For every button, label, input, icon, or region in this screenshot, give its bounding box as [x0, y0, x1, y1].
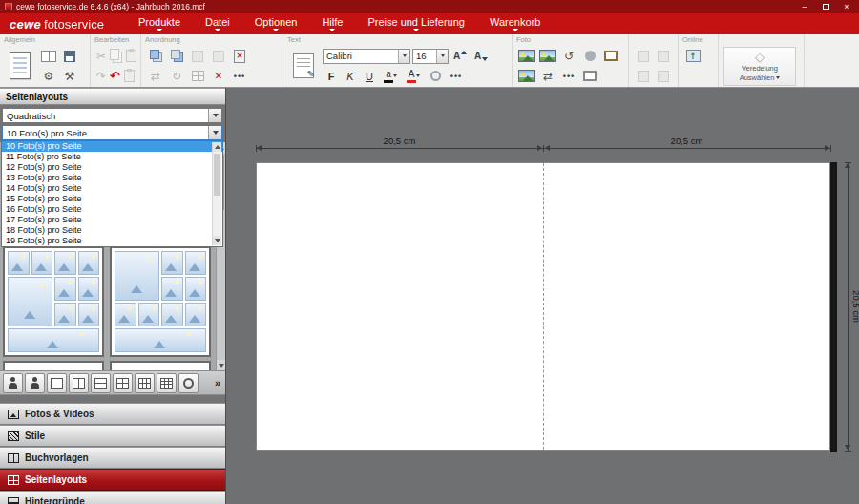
format-select[interactable]: Quadratisch [2, 108, 222, 123]
align-top-button[interactable] [209, 47, 228, 65]
add-person-layout-button[interactable] [3, 373, 23, 393]
sidebar-item-seitenlayouts[interactable]: Seitenlayouts [0, 469, 225, 491]
font-decrease-button[interactable]: A [471, 47, 491, 65]
rotate-photo-button[interactable]: ↺ [559, 47, 578, 65]
ribbon-group-text: Text Calibri 16 A A [283, 34, 513, 87]
photo-effects-button[interactable] [538, 47, 557, 65]
dropdown-option[interactable]: 18 Foto(s) pro Seite [2, 225, 222, 236]
settings-button[interactable]: ⚙ [39, 67, 58, 85]
menu-item-warenkorb[interactable]: Warenkorb [477, 16, 553, 32]
layout-nine-button[interactable] [157, 373, 177, 393]
align-left-button[interactable] [188, 47, 207, 65]
layout-circle-button[interactable] [178, 373, 199, 393]
menu-item-optionen[interactable]: Optionen [242, 16, 310, 32]
layout-two-horizontal-button[interactable] [91, 373, 111, 393]
minimize-button[interactable]: – [801, 2, 808, 11]
arrange-more-button[interactable]: ••• [230, 67, 249, 85]
border-button[interactable] [601, 47, 620, 65]
veredelung-select-button[interactable]: ◇ Veredelung Auswählen [723, 47, 796, 86]
cut-button[interactable]: ✂ [95, 47, 107, 65]
scrollbar-thumb[interactable] [214, 154, 220, 196]
menu-item-hilfe[interactable]: Hilfe [309, 16, 355, 32]
delete-button[interactable] [123, 67, 136, 85]
no-fill-button[interactable] [426, 67, 445, 85]
scroll-down-button[interactable] [213, 236, 221, 245]
person-icon [30, 376, 41, 389]
dropdown-option[interactable]: 19 Foto(s) pro Seite [2, 236, 222, 246]
pages-overview-button[interactable] [39, 47, 58, 65]
page-left[interactable] [257, 163, 543, 450]
text-more-button[interactable]: ••• [447, 67, 466, 85]
bold-button[interactable]: F [323, 68, 340, 85]
redo-button[interactable]: ↶ [109, 67, 121, 85]
distribute-button[interactable] [188, 67, 207, 85]
dropdown-option[interactable]: 12 Foto(s) pro Seite [2, 162, 222, 173]
dropdown-option[interactable]: 13 Foto(s) pro Seite [2, 173, 222, 183]
insert-text-button[interactable] [288, 47, 319, 85]
layout-thumbnail[interactable] [110, 246, 211, 357]
dropdown-option[interactable]: 10 Foto(s) pro Seite [2, 141, 222, 152]
menu-item-preise-und-lieferung[interactable]: Preise und Lieferung [355, 16, 477, 32]
layout-count-select[interactable]: 10 Foto(s) pro Seite [2, 125, 222, 140]
font-family-select[interactable]: Calibri [323, 49, 410, 64]
menu-label: Warenkorb [490, 16, 540, 28]
photo-fill-button[interactable] [517, 67, 536, 85]
italic-button[interactable]: K [342, 68, 359, 85]
rotate-button[interactable]: ↻ [167, 67, 186, 85]
sidebar-item-stile[interactable]: Stile [0, 425, 225, 447]
send-to-back-button[interactable] [167, 47, 186, 65]
maximize-button[interactable] [822, 2, 829, 11]
layout-six-button[interactable] [135, 373, 155, 393]
save-button[interactable] [60, 47, 79, 65]
font-size-select[interactable]: 16 [412, 49, 449, 64]
swap-photos-button[interactable]: ⇄ [538, 67, 557, 85]
layout-two-vertical-button[interactable] [69, 373, 89, 393]
dropdown-option[interactable]: 15 Foto(s) pro Seite [2, 194, 222, 204]
document-icon [10, 52, 31, 79]
underline-button[interactable]: U [361, 68, 378, 85]
text-color-button[interactable]: a [380, 67, 401, 85]
flip-button[interactable]: ⇄ [146, 67, 165, 85]
insert-photo-button[interactable] [517, 47, 536, 65]
sidebar-item-fotos-videos[interactable]: Fotos & Videos [0, 403, 225, 425]
menu-item-datei[interactable]: Datei [193, 16, 242, 32]
font-increase-button[interactable]: A [450, 47, 470, 65]
highlight-color-button[interactable]: A [403, 67, 424, 85]
layout-thumbnail-partial[interactable] [110, 361, 211, 370]
quickbar-more-button[interactable]: » [215, 377, 222, 388]
shape-button[interactable] [580, 47, 599, 65]
dropdown-button[interactable] [208, 126, 221, 139]
remove-element-button[interactable]: ✕ [209, 67, 228, 85]
scroll-up-button[interactable] [213, 142, 221, 152]
arrow-left-icon [257, 145, 262, 151]
page-right[interactable] [543, 163, 829, 450]
menu-item-produkte[interactable]: Produkte [126, 16, 193, 32]
copy-button[interactable] [109, 47, 123, 65]
undo-button[interactable]: ↷ [95, 67, 107, 85]
scroll-down-button[interactable] [217, 360, 225, 370]
dropdown-button[interactable] [436, 50, 448, 63]
dropdown-option[interactable]: 17 Foto(s) pro Seite [2, 215, 222, 225]
upload-button[interactable] [683, 47, 702, 65]
bring-to-front-button[interactable] [146, 47, 165, 65]
dropdown-scrollbar[interactable] [212, 142, 221, 245]
dropdown-option[interactable]: 11 Foto(s) pro Seite [2, 152, 222, 162]
person-layout-button[interactable] [25, 373, 45, 393]
layout-thumbnail[interactable] [3, 246, 104, 357]
layout-four-button[interactable] [113, 373, 133, 393]
sidebar-item-hintergruende[interactable]: Hintergründe [0, 491, 225, 504]
tools-button[interactable]: ⚒ [60, 67, 79, 85]
photo-more-button[interactable]: ••• [559, 67, 578, 85]
page-properties-button[interactable] [5, 47, 35, 85]
sidebar-item-buchvorlagen[interactable]: Buchvorlagen [0, 447, 225, 469]
close-button[interactable]: × [843, 2, 850, 11]
layout-single-button[interactable] [47, 373, 67, 393]
frame-style-button[interactable] [580, 67, 599, 85]
dropdown-button[interactable] [208, 109, 221, 122]
dropdown-option[interactable]: 14 Foto(s) pro Seite [2, 183, 222, 194]
dropdown-option[interactable]: 16 Foto(s) pro Seite [2, 204, 222, 215]
dropdown-button[interactable] [398, 50, 409, 63]
paste-button[interactable] [125, 47, 137, 65]
layout-thumbnail-partial[interactable] [3, 361, 104, 370]
delete-page-button[interactable] [230, 47, 249, 65]
